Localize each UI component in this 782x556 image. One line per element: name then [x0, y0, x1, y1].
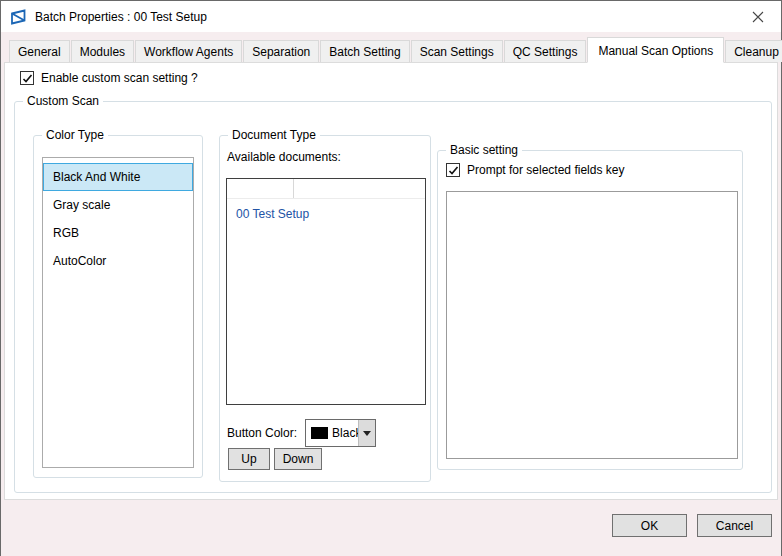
available-documents-label: Available documents: [227, 150, 341, 164]
documents-list-header[interactable] [227, 179, 425, 199]
tab-qc-settings[interactable]: QC Settings [504, 40, 587, 62]
title-bar: Batch Properties : 00 Test Setup [1, 1, 781, 32]
custom-scan-group: Custom Scan Color Type Black And White G… [14, 101, 772, 493]
tab-manual-scan-options[interactable]: Manual Scan Options [587, 37, 724, 63]
window-title: Batch Properties : 00 Test Setup [35, 10, 207, 24]
tab-scan-settings[interactable]: Scan Settings [411, 40, 503, 62]
color-type-list: Black And White Gray scale RGB AutoColor [42, 157, 194, 468]
down-button[interactable]: Down [274, 448, 322, 470]
tab-modules[interactable]: Modules [71, 40, 134, 62]
button-color-dropdown[interactable]: Black [305, 419, 376, 447]
document-type-group-label: Document Type [228, 128, 320, 142]
basic-setting-group: Basic setting Prompt for selected fields… [437, 150, 743, 470]
dropdown-button[interactable] [358, 420, 375, 446]
tab-strip: General Modules Workflow Agents Separati… [4, 37, 778, 62]
enable-custom-scan-checkbox[interactable]: Enable custom scan setting ? [20, 71, 198, 85]
color-type-item[interactable]: Gray scale [43, 191, 193, 219]
tab-workflow-agents[interactable]: Workflow Agents [135, 40, 242, 62]
color-type-group-label: Color Type [42, 128, 108, 142]
button-color-row: Button Color: Black [227, 419, 376, 447]
checkbox-icon [20, 71, 34, 85]
tab-cleanup-and-search[interactable]: Cleanup and Search [725, 40, 782, 62]
dialog-body: General Modules Workflow Agents Separati… [1, 32, 781, 500]
color-type-item[interactable]: Black And White [43, 163, 193, 191]
document-type-group: Document Type Available documents: 00 Te… [219, 135, 431, 482]
prompt-fields-checkbox[interactable]: Prompt for selected fields key [446, 163, 624, 177]
color-type-item[interactable]: AutoColor [43, 247, 193, 275]
cancel-button[interactable]: Cancel [697, 514, 772, 537]
basic-setting-list[interactable] [446, 191, 738, 459]
checkbox-icon [446, 163, 460, 177]
close-button[interactable] [735, 1, 781, 32]
color-type-group: Color Type Black And White Gray scale RG… [33, 135, 203, 478]
prompt-fields-label: Prompt for selected fields key [467, 163, 624, 177]
up-button[interactable]: Up [228, 448, 270, 470]
button-color-label: Button Color: [227, 426, 297, 440]
tab-page-manual-scan-options: Enable custom scan setting ? Custom Scan… [4, 62, 778, 500]
ok-button[interactable]: OK [612, 514, 687, 537]
dialog-window: Batch Properties : 00 Test Setup General… [0, 0, 782, 556]
document-list-item[interactable]: 00 Test Setup [227, 199, 425, 221]
app-icon [10, 9, 27, 25]
color-swatch-icon [311, 427, 328, 439]
button-color-selected-value: Black [306, 420, 358, 446]
tab-separation[interactable]: Separation [243, 40, 319, 62]
available-documents-list: 00 Test Setup [226, 178, 426, 405]
tab-general[interactable]: General [9, 40, 70, 62]
enable-custom-scan-label: Enable custom scan setting ? [41, 71, 198, 85]
color-type-item[interactable]: RGB [43, 219, 193, 247]
button-color-value-label: Black [332, 426, 358, 440]
custom-scan-group-label: Custom Scan [23, 94, 103, 108]
chevron-down-icon [363, 431, 371, 436]
dialog-footer: OK Cancel [1, 500, 781, 556]
basic-setting-group-label: Basic setting [446, 143, 522, 157]
tab-batch-setting[interactable]: Batch Setting [320, 40, 409, 62]
close-icon [752, 11, 764, 23]
